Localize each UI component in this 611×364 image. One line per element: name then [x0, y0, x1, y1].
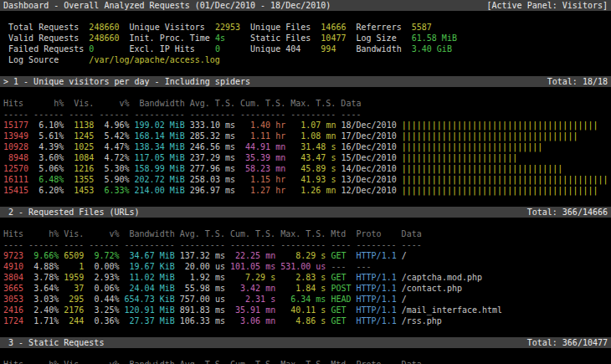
column-headers: Hits h% Vis. v% Bandwidth Avg. T.S. Cum.… [3, 360, 422, 364]
cell-bandwidth: 199.02 MiB [135, 120, 190, 130]
cell-hits-pct: 3.03% [28, 295, 64, 304]
summary-row: Log Source /var/log/apache/access.log [0, 54, 611, 65]
cell-cum-ts: 58.23 mn [240, 164, 290, 173]
table-row[interactable]: 4910 4.88% 1 0.00% 19.67 KiB 20.00 us 10… [0, 261, 611, 272]
hits-bar: ||||||||||||||||||||||||||||||||||| [402, 131, 578, 141]
hits-bar: ||||||||||||||||||||||||||||||||||||||| [402, 186, 598, 195]
cell-visitors: 1453 [69, 186, 99, 195]
panel-header-bar-1[interactable]: > 1 - Unique visitors per day - Includin… [0, 76, 611, 87]
cell-max-ts: 4.86 s [280, 316, 331, 326]
cell-avg-ts: 237.29 ms [190, 153, 240, 162]
cell-hits-pct: 9.66% [28, 251, 64, 260]
panel-header-bar-3[interactable]: 3 - Static RequestsTotal: 366/10477 [0, 337, 611, 348]
panel-title: 3 - Static Requests [3, 337, 104, 348]
cell-bandwidth: 158.99 MiB [135, 164, 190, 173]
cell-protocol: HTTP/1.1 [357, 316, 402, 326]
spacer [0, 218, 611, 228]
separator-dashes: ---- ------ ---- ------ ---------- -----… [3, 240, 422, 249]
summary-row: Failed Requests 0 Excl. IP Hits 0 Unique… [0, 44, 611, 54]
table-row[interactable]: 16111 6.48% 1355 5.90% 202.72 MiB 258.03… [0, 174, 611, 185]
cell-max-ts: 531.00 us [280, 262, 331, 271]
cell-avg-ts: 20.00 us [180, 262, 230, 271]
summary-label: Log Size [357, 33, 412, 43]
cell-visitors: 1 [64, 262, 89, 271]
summary-label: Unique Files [250, 23, 321, 32]
goaccess-dashboard: Dashboard - Overall Analyzed Requests (0… [0, 0, 611, 364]
cell-visitors: 2176 [64, 305, 89, 315]
summary-label: Unique Visitors [130, 23, 215, 32]
summary-value: 5587 [412, 23, 432, 32]
panel-header-bar-2[interactable]: 2 - Requested Files (URLs)Total: 366/146… [0, 207, 611, 218]
cell-data: /mail_interface.html [402, 305, 507, 315]
separator-dashes: ----- ------ ----- ------ ---------- ---… [3, 110, 361, 119]
cell-visitors-pct: 0.06% [89, 284, 124, 293]
cell-method: HEAD [331, 295, 356, 304]
cell-hits: 15415 [3, 186, 33, 195]
cell-max-ts: 1.84 s [280, 284, 331, 293]
cell-max-ts: 40.11 s [280, 305, 331, 315]
cell-protocol: HTTP/1.1 [357, 251, 402, 260]
table-row[interactable]: 15415 6.20% 1453 6.33% 214.00 MiB 296.97… [0, 185, 611, 196]
cell-max-ts: 43.47 s [290, 153, 341, 162]
summary-value: 10477 [321, 33, 356, 43]
cell-hits-pct: 6.10% [33, 120, 69, 130]
table-row[interactable]: 3665 3.64% 37 0.06% 24.04 MiB 55.98 ms 3… [0, 283, 611, 294]
summary-label: Referrers [357, 23, 412, 32]
cell-method: GET [331, 316, 356, 326]
cell-visitors-pct: 0.44% [89, 295, 124, 304]
cell-visitors-pct: 5.30% [99, 164, 134, 173]
cell-hits-pct: 4.88% [28, 262, 64, 271]
table-row[interactable]: 8948 3.60% 1084 4.72% 117.05 MiB 237.29 … [0, 152, 611, 163]
table-row[interactable]: 15177 6.10% 1138 4.96% 199.02 MiB 333.10… [0, 120, 611, 131]
summary-value: 0 [89, 44, 129, 54]
table-row[interactable]: 9723 9.66% 6509 9.72% 34.67 MiB 137.32 m… [0, 250, 611, 261]
column-header-row: Hits h% Vis. v% Bandwidth Avg. T.S. Cum.… [0, 228, 611, 239]
title-bar: Dashboard - Overall Analyzed Requests (0… [0, 0, 611, 11]
cell-visitors: 295 [64, 295, 89, 304]
cell-visitors-pct: 9.72% [89, 251, 124, 260]
table-row[interactable]: 1724 1.71% 244 0.36% 27.37 MiB 106.33 ms… [0, 315, 611, 326]
cell-hits: 9723 [3, 251, 28, 260]
cell-hits-pct: 3.78% [28, 273, 64, 282]
cell-cum-ts: 1.11 hr [240, 131, 290, 141]
cell-visitors: 6509 [64, 251, 89, 260]
cell-avg-ts: 891.83 ms [180, 305, 230, 315]
summary-label: Bandwidth [357, 44, 412, 54]
cell-avg-ts: 285.32 ms [190, 131, 240, 141]
table-row[interactable]: 3804 3.78% 1959 2.93% 11.02 MiB 1.92 ms … [0, 272, 611, 283]
table-row[interactable]: 12570 5.06% 1216 5.30% 158.99 MiB 277.96… [0, 163, 611, 174]
cell-hits: 2416 [3, 305, 28, 315]
cell-protocol: HTTP/1.1 [357, 295, 402, 304]
cell-avg-ts: 1.92 ms [180, 273, 230, 282]
table-row[interactable]: 3053 3.03% 295 0.44% 654.73 KiB 757.00 u… [0, 294, 611, 305]
cell-data: / [402, 295, 412, 304]
cell-visitors: 1959 [64, 273, 89, 282]
cell-visitors-pct: 3.25% [89, 305, 124, 315]
cell-max-ts: 2.83 s [280, 273, 331, 282]
summary-label: Excl. IP Hits [130, 44, 215, 54]
cell-visitors: 37 [64, 284, 89, 293]
column-header-row: Hits h% Vis. v% Bandwidth Avg. T.S. Cum.… [0, 359, 611, 364]
cell-bandwidth: 654.73 KiB [125, 295, 180, 304]
cell-method: GET [331, 273, 356, 282]
cell-hits: 10928 [3, 142, 33, 151]
table-row[interactable]: 13949 5.61% 1245 5.42% 168.14 MiB 285.32… [0, 131, 611, 141]
panel-title: > 1 - Unique visitors per day - Includin… [3, 76, 250, 87]
table-row[interactable]: 10928 4.39% 1025 4.47% 138.34 MiB 246.56… [0, 141, 611, 152]
separator-row: ----- ------ ----- ------ ---------- ---… [0, 109, 611, 120]
cell-bandwidth: 202.72 MiB [135, 175, 190, 184]
table-row[interactable]: 2416 2.40% 2176 3.25% 120.91 MiB 891.83 … [0, 305, 611, 315]
cell-cum-ts: 44.91 mn [240, 142, 290, 151]
cell-hits: 15177 [3, 120, 33, 130]
cell-bandwidth: 27.37 MiB [125, 316, 180, 326]
cell-hits-pct: 5.61% [33, 131, 69, 141]
cell-visitors: 1245 [69, 131, 99, 141]
summary-value: 22953 [215, 23, 250, 32]
cell-cum-ts: 35.91 mn [230, 305, 280, 315]
cell-bandwidth: 214.00 MiB [135, 186, 190, 195]
summary-value: 0 [215, 44, 250, 54]
panel-total: Total: 18/18 [547, 76, 608, 87]
column-headers: Hits h% Vis. v% Bandwidth Avg. T.S. Cum.… [3, 99, 397, 108]
panel-total: Total: 366/10477 [527, 337, 608, 348]
spacer [0, 348, 611, 359]
